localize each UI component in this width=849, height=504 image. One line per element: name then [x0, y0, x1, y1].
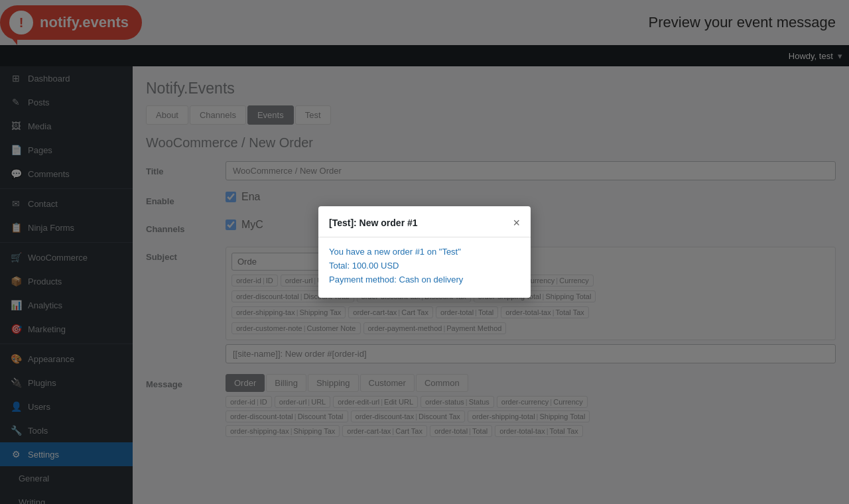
- modal-title: [Test]: New order #1: [329, 218, 418, 228]
- modal-overlay[interactable]: [Test]: New order #1 × You have a new or…: [0, 0, 849, 504]
- modal-body: You have a new order #1 on "Test" Total:…: [329, 245, 520, 286]
- modal-header: [Test]: New order #1 ×: [329, 217, 520, 229]
- modal-line3: Payment method: Cash on delivery: [329, 273, 520, 287]
- modal-line1-pre: You have a new order: [329, 247, 415, 257]
- preview-modal: [Test]: New order #1 × You have a new or…: [318, 206, 531, 297]
- modal-line1-post: on "Test": [424, 247, 461, 257]
- modal-order-link[interactable]: #1: [415, 247, 424, 257]
- modal-divider: [318, 237, 531, 237]
- modal-line1: You have a new order #1 on "Test": [329, 245, 520, 259]
- modal-close-button[interactable]: ×: [513, 217, 520, 229]
- modal-line2: Total: 100.00 USD: [329, 259, 520, 273]
